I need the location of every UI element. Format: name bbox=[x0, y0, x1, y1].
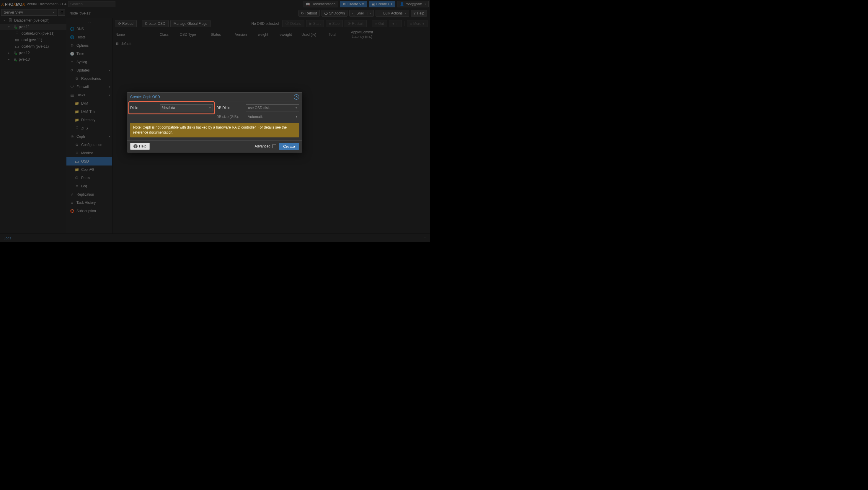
logo: X PROXMOX bbox=[1, 2, 25, 6]
user-menu[interactable]: 👤root@pam▾ bbox=[397, 1, 429, 7]
sidebar-item-label: Task History bbox=[76, 201, 96, 205]
help-icon: ? bbox=[414, 11, 416, 16]
help-button[interactable]: ?Help bbox=[411, 10, 427, 17]
node-sidebar: ︿ 🌐DNS🌐Hosts⚙Options🕒Time≡Syslog⟳Updates… bbox=[66, 18, 113, 233]
scroll-down-icon[interactable]: ﹀ bbox=[66, 215, 112, 222]
sidebar-item-label: Syslog bbox=[76, 60, 87, 64]
manage-flags-button[interactable]: Manage Global Flags bbox=[170, 20, 211, 27]
sidebar-item-label: Replication bbox=[76, 193, 94, 197]
chevron-down-icon: ▾ bbox=[109, 94, 111, 97]
sidebar-item-pools[interactable]: ⛁Pools bbox=[66, 174, 112, 182]
tree-datacenter[interactable]: ▾🗄Datacenter (pve-ceph) bbox=[0, 17, 66, 24]
log-panel-header[interactable]: Logs ⌃ bbox=[0, 233, 430, 242]
sidebar-item-configuration[interactable]: ⚙Configuration bbox=[66, 141, 112, 149]
dialog-help-button[interactable]: ?Help bbox=[130, 143, 150, 150]
tree-settings-button[interactable]: ⚙ bbox=[58, 9, 65, 16]
sidebar-item-updates[interactable]: ⟳Updates▾ bbox=[66, 66, 112, 75]
sidebar-item-zfs[interactable]: ⠿ZFS bbox=[66, 124, 112, 133]
col-class[interactable]: Class bbox=[155, 32, 173, 37]
col-type[interactable]: OSD Type bbox=[173, 32, 203, 37]
sidebar-item-disks[interactable]: 🖴Disks▾ bbox=[66, 91, 112, 99]
col-name[interactable]: Name bbox=[113, 32, 155, 37]
sidebar-item-label: CephFS bbox=[81, 168, 94, 172]
sidebar-item-log[interactable]: ≡Log bbox=[66, 182, 112, 190]
version-label: Virtual Environment 8.1.4 bbox=[27, 2, 66, 6]
sidebar-item-hosts[interactable]: 🌐Hosts bbox=[66, 33, 112, 41]
stop-button[interactable]: ■ Stop bbox=[326, 20, 343, 27]
sidebar-item-monitor[interactable]: 🖥Monitor bbox=[66, 149, 112, 157]
terminal-icon: ›_ bbox=[352, 11, 355, 16]
tree-node-pve-13[interactable]: ▸🖥pve-13 bbox=[0, 56, 66, 63]
table-row[interactable]: 🖥default bbox=[113, 40, 430, 47]
gear-icon: ⚙ bbox=[60, 10, 63, 15]
sidebar-item-label: LVM-Thin bbox=[81, 110, 96, 114]
sidebar-item-syslog[interactable]: ≡Syslog bbox=[66, 58, 112, 66]
user-icon: 👤 bbox=[400, 2, 404, 6]
col-status[interactable]: Status bbox=[203, 32, 229, 37]
reload-button[interactable]: ⟳ Reload bbox=[115, 20, 137, 27]
sidebar-item-replication[interactable]: ⇄Replication bbox=[66, 190, 112, 199]
sidebar-item-label: Pools bbox=[81, 176, 90, 180]
sidebar-item-label: Options bbox=[76, 44, 89, 48]
book-icon: 📖 bbox=[306, 2, 310, 6]
dbdisk-select[interactable]: use OSD disk bbox=[246, 104, 299, 111]
disk-select[interactable]: /dev/sda bbox=[160, 104, 213, 111]
chevron-up-icon[interactable]: ⌃ bbox=[424, 236, 427, 240]
sidebar-item-task-history[interactable]: ≡Task History bbox=[66, 199, 112, 207]
in-button[interactable]: ● In bbox=[389, 20, 402, 27]
create-button[interactable]: Create bbox=[279, 143, 299, 150]
tree-item[interactable]: 🖴local-lvm (pve-11) bbox=[0, 43, 66, 50]
cube-icon: ▣ bbox=[371, 2, 375, 6]
support-icon: 🛟 bbox=[70, 209, 74, 213]
sidebar-item-subscription[interactable]: 🛟Subscription bbox=[66, 207, 112, 215]
sidebar-item-dns[interactable]: 🌐DNS bbox=[66, 25, 112, 33]
close-button[interactable]: ✕ bbox=[294, 94, 299, 99]
sidebar-item-lvm-thin[interactable]: 📁LVM-Thin bbox=[66, 108, 112, 116]
col-version[interactable]: Version bbox=[229, 32, 253, 37]
tree-node-pve-11[interactable]: ▾🖥pve-11 bbox=[0, 24, 66, 30]
sidebar-item-osd[interactable]: 🖴OSD bbox=[66, 157, 112, 166]
tree-node-pve-12[interactable]: ▸🖥pve-12 bbox=[0, 50, 66, 56]
tree-item[interactable]: ⠿localnetwork (pve-11) bbox=[0, 30, 66, 37]
reboot-button[interactable]: ⟳Reboot bbox=[299, 10, 320, 17]
create-ct-button[interactable]: ▣Create CT bbox=[369, 1, 395, 7]
resource-tree-panel: Server View▾ ⚙ ▾🗄Datacenter (pve-ceph) ▾… bbox=[0, 8, 66, 233]
create-osd-button[interactable]: Create: OSD bbox=[142, 20, 168, 27]
sidebar-item-firewall[interactable]: 🛡Firewall▾ bbox=[66, 83, 112, 91]
folder-icon: 📁 bbox=[75, 168, 79, 172]
more-button[interactable]: ≡ More ▾ bbox=[407, 20, 428, 27]
col-reweight[interactable]: reweight bbox=[273, 32, 297, 37]
documentation-button[interactable]: 📖Documentation bbox=[303, 1, 338, 7]
sidebar-item-options[interactable]: ⚙Options bbox=[66, 41, 112, 50]
top-header: X PROXMOX Virtual Environment 8.1.4 📖Doc… bbox=[0, 0, 430, 8]
col-latency[interactable]: Apply/Commit Latency (ms) bbox=[344, 30, 380, 39]
sidebar-item-repositories[interactable]: ⧉Repositories bbox=[66, 75, 112, 83]
ceph-icon: ◎ bbox=[70, 135, 74, 139]
col-weight[interactable]: weight bbox=[253, 32, 273, 37]
shutdown-button[interactable]: ⏻Shutdown bbox=[321, 10, 347, 17]
shell-button[interactable]: ›_Shell▾ bbox=[349, 10, 374, 17]
sidebar-item-directory[interactable]: 📁Directory bbox=[66, 116, 112, 124]
sidebar-item-cephfs[interactable]: 📁CephFS bbox=[66, 166, 112, 174]
sidebar-item-time[interactable]: 🕒Time bbox=[66, 50, 112, 58]
scroll-up-icon[interactable]: ︿ bbox=[66, 18, 112, 25]
chevron-down-icon: ▾ bbox=[109, 69, 111, 72]
create-vm-button[interactable]: 🖥Create VM bbox=[340, 1, 367, 7]
restart-button[interactable]: ⟳ Restart bbox=[345, 20, 367, 27]
sidebar-item-ceph[interactable]: ◎Ceph▾ bbox=[66, 133, 112, 141]
details-button[interactable]: ⓘ Details bbox=[282, 20, 304, 27]
view-selector[interactable]: Server View▾ bbox=[1, 9, 57, 16]
col-total[interactable]: Total bbox=[321, 32, 344, 37]
dialog-title: Create: Ceph OSD bbox=[130, 95, 160, 99]
cog-icon: ⚙ bbox=[75, 143, 79, 147]
advanced-checkbox[interactable] bbox=[272, 145, 276, 148]
search-input[interactable] bbox=[68, 1, 116, 7]
out-button[interactable]: ○ Out bbox=[372, 20, 388, 27]
advanced-label: Advanced bbox=[255, 144, 271, 148]
col-used[interactable]: Used (%) bbox=[297, 32, 321, 37]
sidebar-item-lvm[interactable]: 📁LVM bbox=[66, 99, 112, 108]
start-button[interactable]: ▶ Start bbox=[306, 20, 324, 27]
bulk-actions-button[interactable]: ⋮Bulk Actions▾ bbox=[376, 10, 409, 17]
sidebar-item-label: Updates bbox=[76, 68, 90, 73]
tree-item[interactable]: 🖴local (pve-11) bbox=[0, 37, 66, 43]
